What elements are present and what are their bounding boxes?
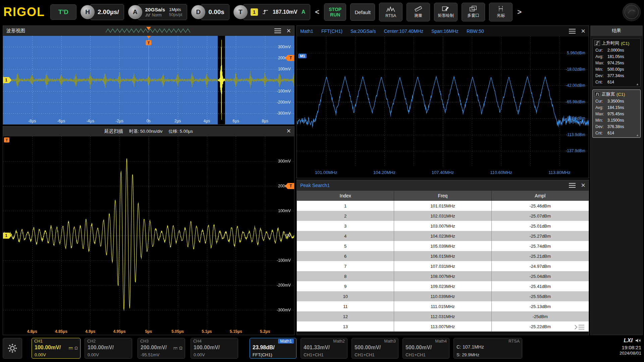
peak-row[interactable]: 12112.031MHz-25dBm bbox=[297, 311, 589, 321]
dc-coupling-icon bbox=[68, 347, 73, 350]
peak-row[interactable]: 11111.015MHz-25.13dBm bbox=[297, 301, 589, 311]
default-button[interactable]: Default bbox=[350, 3, 375, 21]
math3-box[interactable]: Math3 500.00mV/ CH1+CH1 bbox=[352, 338, 398, 359]
expand-icon[interactable]: ▲ bbox=[636, 82, 639, 86]
trigger-position-marker[interactable]: T bbox=[146, 36, 152, 45]
rtsa-button[interactable]: RTSA bbox=[379, 3, 402, 21]
cell: -25.27dBm bbox=[491, 231, 589, 241]
waveform-canvas[interactable] bbox=[3, 36, 294, 124]
delayed-sweep-canvas[interactable] bbox=[3, 136, 294, 335]
table-scroll-icon[interactable] bbox=[574, 323, 585, 331]
rise-time-icon bbox=[594, 41, 600, 46]
timebase-label: 时基: 50.00ns/div bbox=[129, 128, 163, 134]
menu-icon[interactable] bbox=[569, 29, 576, 34]
cell: 109.023MHz bbox=[394, 281, 491, 291]
card-header: 正脉宽 (C1) bbox=[593, 90, 640, 98]
peak-row[interactable]: 5105.039MHz-25.74dBm bbox=[297, 241, 589, 251]
math-channel-label[interactable]: Math1 bbox=[300, 28, 313, 34]
fft-canvas[interactable] bbox=[297, 37, 589, 167]
horizontal-scale-value: 2.00µs/ bbox=[98, 8, 119, 16]
peak-row[interactable]: 2102.031MHz-25.07dBm bbox=[297, 211, 589, 221]
waveform-view-panel: 波形视图 × 300mV200mV100mV-100mV-200mV-300mV… bbox=[3, 25, 294, 125]
rect-draw-button[interactable]: 矩形绘制 bbox=[434, 3, 458, 21]
speaker-muted-icon[interactable] bbox=[635, 338, 641, 343]
top-toolbar: RIGOL T'D H 2.00µs/ A 20GSa/s Norm 1Mpts… bbox=[0, 0, 644, 24]
peak-row[interactable]: 3103.007MHz-25.01dBm bbox=[297, 221, 589, 231]
cell: 2 bbox=[297, 211, 394, 221]
math-source: CH1+CH1 bbox=[406, 352, 426, 357]
peak-row[interactable]: 7107.031MHz-24.97dBm bbox=[297, 261, 589, 271]
cell: -25.13dBm bbox=[491, 301, 589, 311]
trigger-corner-marker[interactable]: T bbox=[4, 137, 9, 142]
trigger-level-value: 187.10mV bbox=[273, 9, 298, 15]
acquire-knob[interactable]: A bbox=[128, 5, 142, 19]
trigger-status-button[interactable]: T'D bbox=[50, 4, 76, 20]
cell: 614 bbox=[607, 131, 614, 135]
peak-row[interactable]: 1101.015MHz-25.46dBm bbox=[297, 201, 589, 211]
cell: 376.38ns bbox=[607, 124, 624, 129]
peak-row[interactable]: 10110.039MHz-25.55dBm bbox=[297, 291, 589, 301]
close-icon[interactable]: × bbox=[581, 27, 585, 35]
peak-row[interactable]: 4104.023MHz-25.27dBm bbox=[297, 231, 589, 241]
h-position-marker-icon[interactable] bbox=[146, 27, 151, 33]
lxi-logo: LXI bbox=[624, 337, 633, 344]
peak-row[interactable]: 13113.007MHz-25.22dBm bbox=[297, 321, 589, 331]
menu-gear-button[interactable] bbox=[3, 338, 22, 359]
acquire-box[interactable]: 20GSa/s Norm 1Mpts 50ps/pt bbox=[138, 4, 187, 20]
cell: 377.34ns bbox=[607, 73, 624, 78]
peak-row[interactable]: 6106.015MHz-25.21dBm bbox=[297, 251, 589, 261]
trigger-box[interactable]: 1 187.10mV A bbox=[243, 4, 310, 20]
collapse-left-chevron[interactable]: < bbox=[314, 8, 320, 16]
acquire-group: A 20GSa/s Norm 1Mpts 50ps/pt bbox=[128, 4, 187, 20]
cell: 113.007MHz bbox=[394, 321, 491, 331]
horizontal-position-strip[interactable] bbox=[106, 28, 192, 34]
horizontal-scale-box[interactable]: 2.00µs/ bbox=[90, 4, 124, 20]
fft-center-freq-label[interactable]: Center:107.40MHz bbox=[384, 28, 423, 34]
math1-box[interactable]: Math1 23.98dB/ FFT(CH1) bbox=[250, 338, 297, 359]
fft-rbw-label[interactable]: RBW:50 bbox=[467, 28, 484, 34]
expand-icon[interactable]: ▲ bbox=[636, 133, 639, 137]
close-icon[interactable]: × bbox=[286, 27, 291, 35]
close-icon[interactable]: × bbox=[581, 182, 585, 189]
pulse-width-icon bbox=[594, 92, 600, 97]
horizontal-knob[interactable]: H bbox=[80, 5, 95, 19]
measurement-row: Cur:3.3500ns bbox=[593, 98, 640, 104]
cursor-button[interactable]: 光标 bbox=[489, 3, 513, 21]
menu-icon[interactable] bbox=[274, 28, 281, 33]
channel3-box[interactable]: CH3 200.00mV/ Ω -95.51mV bbox=[138, 338, 185, 359]
delay-value: 0.00s bbox=[208, 8, 224, 16]
math1-marker[interactable]: M1 bbox=[298, 54, 307, 58]
trigger-source-chip: 1 bbox=[251, 8, 258, 16]
channel4-box[interactable]: CH4 100.00mV/ 0.00V bbox=[191, 338, 238, 359]
run-stop-button[interactable]: STOP RUN bbox=[324, 3, 346, 21]
fft-operation-label[interactable]: FFT(CH1) bbox=[321, 28, 342, 34]
peak-row[interactable]: 9109.023MHz-25.41dBm bbox=[297, 281, 589, 291]
sample-rate-value: 20GSa/s bbox=[145, 7, 165, 13]
fft-sample-rate-label[interactable]: Sa:20GSa/s bbox=[351, 28, 376, 34]
math4-box[interactable]: Math4 500.00mV/ CH1+CH1 bbox=[402, 338, 449, 359]
measurement-card-positive-pulse-width[interactable]: 正脉宽 (C1) Cur:3.3500nsAvg:184.15nsMax:975… bbox=[592, 89, 641, 138]
math2-box[interactable]: Math2 401.33mV/ CH1+CH1 bbox=[301, 338, 347, 359]
channel2-box[interactable]: CH2 100.00mV/ 0.00V bbox=[85, 338, 132, 359]
cursor-icon bbox=[497, 6, 504, 12]
close-icon[interactable]: × bbox=[286, 127, 291, 135]
channel-label: CH4 bbox=[193, 339, 202, 344]
cell: -25.07dBm bbox=[491, 211, 589, 221]
menu-icon[interactable] bbox=[569, 183, 576, 188]
measurement-card-rise-time[interactable]: 上升时间 (C1) Cur:2.0000nsAvg:181.05nsMax:97… bbox=[592, 39, 641, 87]
cell: Avg: bbox=[595, 105, 607, 110]
peak-row[interactable]: 8108.007MHz-25.04dBm bbox=[297, 271, 589, 281]
cell: 13 bbox=[297, 321, 394, 331]
trigger-knob[interactable]: T bbox=[233, 5, 248, 19]
expand-right-chevron[interactable]: > bbox=[517, 8, 522, 16]
channel1-box[interactable]: CH1 100.00mV/ Ω 0.00V bbox=[32, 338, 80, 359]
clock-block: LXI 19:08:21 2024/08/01 bbox=[588, 337, 641, 356]
math-scale: 23.98dB/ bbox=[253, 345, 275, 351]
fft-span-label[interactable]: Span:16MHz bbox=[431, 28, 459, 34]
rtsa-box[interactable]: RTSA C: 107.1MHz S: 29.9MHz bbox=[453, 338, 522, 359]
measure-button[interactable]: 测量 bbox=[407, 3, 430, 21]
system-logo-icon[interactable] bbox=[623, 3, 641, 21]
memory-depth-value: 1Mpts bbox=[169, 7, 182, 12]
multi-window-button[interactable]: 多窗口 bbox=[462, 3, 485, 21]
panel-title: Peak Search1 bbox=[300, 183, 330, 188]
